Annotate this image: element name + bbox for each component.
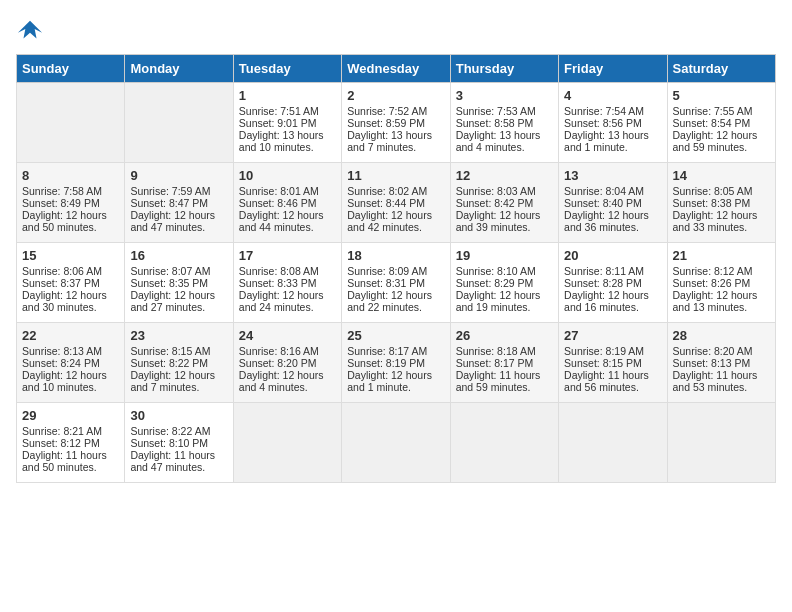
sunrise-text: Sunrise: 7:52 AM bbox=[347, 105, 427, 117]
daylight-text: Daylight: 12 hours and 33 minutes. bbox=[673, 209, 758, 233]
sunset-text: Sunset: 8:37 PM bbox=[22, 277, 100, 289]
daylight-text: Daylight: 12 hours and 59 minutes. bbox=[673, 129, 758, 153]
daylight-text: Daylight: 12 hours and 39 minutes. bbox=[456, 209, 541, 233]
weekday-header-sunday: Sunday bbox=[17, 55, 125, 83]
weekday-header-monday: Monday bbox=[125, 55, 233, 83]
day-number: 9 bbox=[130, 168, 227, 183]
calendar-day-cell bbox=[667, 403, 775, 483]
sunrise-text: Sunrise: 8:02 AM bbox=[347, 185, 427, 197]
daylight-text: Daylight: 13 hours and 1 minute. bbox=[564, 129, 649, 153]
sunrise-text: Sunrise: 8:21 AM bbox=[22, 425, 102, 437]
sunset-text: Sunset: 8:44 PM bbox=[347, 197, 425, 209]
day-number: 14 bbox=[673, 168, 770, 183]
sunset-text: Sunset: 8:15 PM bbox=[564, 357, 642, 369]
calendar-day-cell: 10Sunrise: 8:01 AMSunset: 8:46 PMDayligh… bbox=[233, 163, 341, 243]
day-number: 21 bbox=[673, 248, 770, 263]
day-number: 29 bbox=[22, 408, 119, 423]
calendar-day-cell: 26Sunrise: 8:18 AMSunset: 8:17 PMDayligh… bbox=[450, 323, 558, 403]
daylight-text: Daylight: 11 hours and 47 minutes. bbox=[130, 449, 215, 473]
sunset-text: Sunset: 8:31 PM bbox=[347, 277, 425, 289]
calendar-day-cell: 24Sunrise: 8:16 AMSunset: 8:20 PMDayligh… bbox=[233, 323, 341, 403]
sunrise-text: Sunrise: 8:19 AM bbox=[564, 345, 644, 357]
day-number: 26 bbox=[456, 328, 553, 343]
sunrise-text: Sunrise: 7:51 AM bbox=[239, 105, 319, 117]
daylight-text: Daylight: 12 hours and 47 minutes. bbox=[130, 209, 215, 233]
calendar-day-cell: 17Sunrise: 8:08 AMSunset: 8:33 PMDayligh… bbox=[233, 243, 341, 323]
day-number: 11 bbox=[347, 168, 444, 183]
sunrise-text: Sunrise: 8:09 AM bbox=[347, 265, 427, 277]
day-number: 8 bbox=[22, 168, 119, 183]
calendar-day-cell: 23Sunrise: 8:15 AMSunset: 8:22 PMDayligh… bbox=[125, 323, 233, 403]
daylight-text: Daylight: 11 hours and 50 minutes. bbox=[22, 449, 107, 473]
sunset-text: Sunset: 8:47 PM bbox=[130, 197, 208, 209]
sunset-text: Sunset: 8:49 PM bbox=[22, 197, 100, 209]
daylight-text: Daylight: 12 hours and 24 minutes. bbox=[239, 289, 324, 313]
calendar-day-cell: 5Sunrise: 7:55 AMSunset: 8:54 PMDaylight… bbox=[667, 83, 775, 163]
sunrise-text: Sunrise: 7:53 AM bbox=[456, 105, 536, 117]
daylight-text: Daylight: 12 hours and 27 minutes. bbox=[130, 289, 215, 313]
calendar-day-cell bbox=[233, 403, 341, 483]
sunset-text: Sunset: 8:29 PM bbox=[456, 277, 534, 289]
weekday-header-saturday: Saturday bbox=[667, 55, 775, 83]
sunrise-text: Sunrise: 8:07 AM bbox=[130, 265, 210, 277]
sunrise-text: Sunrise: 8:15 AM bbox=[130, 345, 210, 357]
sunset-text: Sunset: 8:20 PM bbox=[239, 357, 317, 369]
daylight-text: Daylight: 12 hours and 1 minute. bbox=[347, 369, 432, 393]
calendar-day-cell: 8Sunrise: 7:58 AMSunset: 8:49 PMDaylight… bbox=[17, 163, 125, 243]
sunrise-text: Sunrise: 8:10 AM bbox=[456, 265, 536, 277]
logo bbox=[16, 16, 48, 44]
sunset-text: Sunset: 8:58 PM bbox=[456, 117, 534, 129]
weekday-header-friday: Friday bbox=[559, 55, 667, 83]
calendar-day-cell bbox=[125, 83, 233, 163]
calendar-day-cell: 28Sunrise: 8:20 AMSunset: 8:13 PMDayligh… bbox=[667, 323, 775, 403]
calendar-day-cell bbox=[450, 403, 558, 483]
daylight-text: Daylight: 12 hours and 36 minutes. bbox=[564, 209, 649, 233]
calendar-day-cell: 19Sunrise: 8:10 AMSunset: 8:29 PMDayligh… bbox=[450, 243, 558, 323]
sunset-text: Sunset: 8:33 PM bbox=[239, 277, 317, 289]
sunset-text: Sunset: 8:12 PM bbox=[22, 437, 100, 449]
sunset-text: Sunset: 8:59 PM bbox=[347, 117, 425, 129]
daylight-text: Daylight: 12 hours and 44 minutes. bbox=[239, 209, 324, 233]
calendar-day-cell: 18Sunrise: 8:09 AMSunset: 8:31 PMDayligh… bbox=[342, 243, 450, 323]
sunrise-text: Sunrise: 8:12 AM bbox=[673, 265, 753, 277]
calendar-day-cell: 29Sunrise: 8:21 AMSunset: 8:12 PMDayligh… bbox=[17, 403, 125, 483]
day-number: 24 bbox=[239, 328, 336, 343]
calendar-day-cell: 16Sunrise: 8:07 AMSunset: 8:35 PMDayligh… bbox=[125, 243, 233, 323]
calendar-day-cell: 30Sunrise: 8:22 AMSunset: 8:10 PMDayligh… bbox=[125, 403, 233, 483]
daylight-text: Daylight: 11 hours and 59 minutes. bbox=[456, 369, 541, 393]
calendar-week-row: 1Sunrise: 7:51 AMSunset: 9:01 PMDaylight… bbox=[17, 83, 776, 163]
daylight-text: Daylight: 12 hours and 4 minutes. bbox=[239, 369, 324, 393]
sunset-text: Sunset: 8:56 PM bbox=[564, 117, 642, 129]
daylight-text: Daylight: 12 hours and 19 minutes. bbox=[456, 289, 541, 313]
sunset-text: Sunset: 8:42 PM bbox=[456, 197, 534, 209]
daylight-text: Daylight: 12 hours and 22 minutes. bbox=[347, 289, 432, 313]
sunrise-text: Sunrise: 7:59 AM bbox=[130, 185, 210, 197]
calendar-table: SundayMondayTuesdayWednesdayThursdayFrid… bbox=[16, 54, 776, 483]
sunrise-text: Sunrise: 8:11 AM bbox=[564, 265, 644, 277]
calendar-day-cell: 15Sunrise: 8:06 AMSunset: 8:37 PMDayligh… bbox=[17, 243, 125, 323]
sunrise-text: Sunrise: 7:58 AM bbox=[22, 185, 102, 197]
daylight-text: Daylight: 11 hours and 53 minutes. bbox=[673, 369, 758, 393]
sunset-text: Sunset: 8:46 PM bbox=[239, 197, 317, 209]
calendar-day-cell: 25Sunrise: 8:17 AMSunset: 8:19 PMDayligh… bbox=[342, 323, 450, 403]
calendar-day-cell: 14Sunrise: 8:05 AMSunset: 8:38 PMDayligh… bbox=[667, 163, 775, 243]
day-number: 22 bbox=[22, 328, 119, 343]
sunrise-text: Sunrise: 8:05 AM bbox=[673, 185, 753, 197]
sunset-text: Sunset: 8:54 PM bbox=[673, 117, 751, 129]
logo-icon bbox=[16, 16, 44, 44]
weekday-header-tuesday: Tuesday bbox=[233, 55, 341, 83]
calendar-week-row: 22Sunrise: 8:13 AMSunset: 8:24 PMDayligh… bbox=[17, 323, 776, 403]
day-number: 5 bbox=[673, 88, 770, 103]
calendar-day-cell: 2Sunrise: 7:52 AMSunset: 8:59 PMDaylight… bbox=[342, 83, 450, 163]
calendar-day-cell: 1Sunrise: 7:51 AMSunset: 9:01 PMDaylight… bbox=[233, 83, 341, 163]
sunset-text: Sunset: 8:13 PM bbox=[673, 357, 751, 369]
day-number: 19 bbox=[456, 248, 553, 263]
calendar-day-cell bbox=[559, 403, 667, 483]
calendar-day-cell: 9Sunrise: 7:59 AMSunset: 8:47 PMDaylight… bbox=[125, 163, 233, 243]
day-number: 4 bbox=[564, 88, 661, 103]
calendar-day-cell: 27Sunrise: 8:19 AMSunset: 8:15 PMDayligh… bbox=[559, 323, 667, 403]
sunrise-text: Sunrise: 8:20 AM bbox=[673, 345, 753, 357]
day-number: 27 bbox=[564, 328, 661, 343]
sunrise-text: Sunrise: 8:17 AM bbox=[347, 345, 427, 357]
daylight-text: Daylight: 12 hours and 16 minutes. bbox=[564, 289, 649, 313]
